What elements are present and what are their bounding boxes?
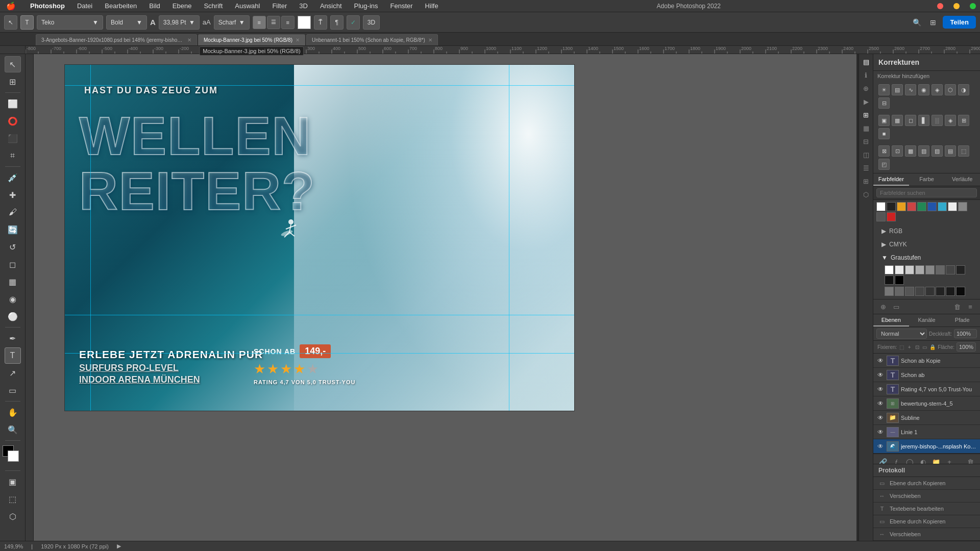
tool-mask-mode[interactable]: ▣ [5,473,21,490]
layer-item-bewertung[interactable]: 👁 ⊞ bewertung-stern-4_5 [873,396,980,411]
layer-item-rating[interactable]: 👁 T Rating 4,7 von 5,0 Trust-You [873,382,980,396]
font-size-input[interactable]: 33,98 Pt ▼ [159,15,200,30]
confirm-btn[interactable]: ✓ [347,15,360,30]
korr-photofilter[interactable]: ▣ [878,115,890,126]
font-weight-selector[interactable]: Bold ▼ [106,15,147,30]
flache-input[interactable] [957,342,976,352]
menu-datei[interactable]: Datei [75,1,94,11]
align-left-btn[interactable]: ≡ [253,16,266,29]
layer-item-schon-ab-kopie[interactable]: 👁 T Schon ab Kopie [873,354,980,368]
menu-hilfe[interactable]: Hilfe [423,1,440,11]
swatch-red[interactable] [907,202,916,211]
lock-art-icon[interactable]: + [906,343,912,351]
nav-icon[interactable]: ⊕ [861,83,872,94]
tool-move[interactable]: ↖ [5,56,21,72]
gs-12[interactable] [895,287,904,296]
swatch-red2[interactable] [887,212,896,221]
status-expand[interactable]: ▶ [117,543,121,549]
gs-17[interactable] [946,287,955,296]
tool-heal[interactable]: ✚ [5,187,21,203]
korr-extra7[interactable]: ⬚ [958,145,969,157]
tool-hand[interactable]: ✋ [5,404,21,420]
protocol-item-3[interactable]: T Textebene bearbeiten [873,503,980,515]
menu-bild[interactable]: Bild [147,1,162,11]
warp-text-btn[interactable]: T̃ [314,15,327,30]
new-layer-icon[interactable]: + [944,456,955,464]
tool-object-select[interactable]: ⬛ [5,130,21,146]
character-panel-btn[interactable]: ¶ [330,15,344,30]
gs-1[interactable] [885,265,894,274]
tool-artboard[interactable]: ⊞ [5,73,21,90]
menu-3d[interactable]: 3D [297,1,310,11]
tool-crop[interactable]: ⌗ [5,147,21,164]
layer-item-jeremy[interactable]: 👁 🌊 jeremy-bishop-...nsplash Kopie [873,439,980,454]
protocol-header[interactable]: Protokoll [873,464,980,477]
tool-eyedropper[interactable]: 💉 [5,169,21,186]
korr-solid-color[interactable]: ■ [878,128,890,139]
menu-fenster[interactable]: Fenster [388,1,415,11]
tab-3-close[interactable]: ✕ [428,37,432,43]
gs-11[interactable] [885,287,894,296]
tab-2-close[interactable]: ✕ [296,37,300,43]
layer-item-subline[interactable]: 👁 📁 Subline [873,411,980,425]
korr-extra6[interactable]: ▤ [945,145,956,157]
gs-10[interactable] [895,276,904,285]
tool-mode-text[interactable]: T [20,15,34,30]
lock-pos-icon[interactable]: ⬚ [899,343,904,351]
tab-farbfelder[interactable]: Farbfelder [873,173,909,186]
gs-2[interactable] [895,265,904,274]
3d-btn[interactable]: 3D [363,15,380,30]
tool-mode-move[interactable]: ↖ [4,15,17,30]
tool-history-brush[interactable]: ↺ [5,239,21,255]
gs-5[interactable] [925,265,935,274]
play-icon[interactable]: ▶ [861,96,872,107]
gs-15[interactable] [925,287,935,296]
layers-icon[interactable]: ☰ [861,162,872,173]
tab-2[interactable]: Mockup-Banner-3.jpg bei 50% (RGB/8) ✕ Mo… [198,34,305,45]
tool-dodge[interactable]: ⚪ [5,308,21,324]
folder-swatch-icon[interactable]: ▭ [891,301,902,312]
layer-vis-4[interactable]: 👁 [876,399,885,408]
tab-3[interactable]: Unbenannt-1 bei 150% (Schon ab Kopie, RG… [306,34,438,45]
new-swatch-icon[interactable]: ⊕ [877,301,889,312]
tool-marquee[interactable]: ⬜ [5,95,21,112]
lock-filter-icon[interactable]: ⊡ [914,343,920,351]
korr-invert[interactable]: ⊞ [958,115,969,126]
korr-bw[interactable]: ⊟ [878,97,890,109]
font-family-selector[interactable]: Teko ▼ [37,15,103,30]
tool-gradient[interactable]: ▦ [5,273,21,290]
gs-4[interactable] [915,265,924,274]
canvas-area[interactable]: HAST DU DAS ZEUG ZUM WELLEN REITER? [34,54,856,541]
tool-brush[interactable]: 🖌 [5,204,21,220]
korr-extra4[interactable]: ▧ [918,145,929,157]
tab-verlaufe[interactable]: Verläufe [944,173,980,186]
tool-screen-mode[interactable]: ⬚ [5,491,21,507]
lock-all-icon[interactable]: 🔒 [929,343,936,351]
korr-colorbalance[interactable]: ◑ [958,84,969,95]
swatch-green[interactable] [917,202,926,211]
korr-levels[interactable]: ▤ [892,84,903,95]
swatch-orange[interactable] [897,202,906,211]
zoom-level[interactable]: 149,9% [4,543,23,549]
layer-item-linie[interactable]: 👁 — Linie 1 [873,425,980,439]
tool-3d[interactable]: ⬡ [5,508,21,524]
gs-16[interactable] [936,287,945,296]
adjustment-icon[interactable]: ◐ [917,456,928,464]
layer-style-icon[interactable]: ƒ [891,456,902,464]
menu-filter[interactable]: Filter [270,1,289,11]
korr-curves[interactable]: ∿ [905,84,916,95]
menu-schrift[interactable]: Schrift [202,1,225,11]
korr-vibrance[interactable]: ◈ [932,84,943,95]
farbfelder-search-input[interactable] [876,188,977,197]
korr-threshold[interactable]: ▋ [918,115,929,126]
channels-icon[interactable]: ⊞ [861,176,872,187]
tool-eraser[interactable]: ◻ [5,256,21,272]
layer-vis-6[interactable]: 👁 [876,428,885,436]
info-icon[interactable]: ℹ [861,69,872,81]
tab-kanale[interactable]: Kanäle [909,314,945,327]
graustufen-group-header[interactable]: ▼ Graustufen [876,251,977,264]
mask-icon[interactable]: ◯ [904,456,915,464]
tool-text[interactable]: T [5,347,21,364]
layer-item-schon-ab[interactable]: 👁 T Schon ab [873,368,980,382]
korr-channel[interactable]: ▦ [892,115,903,126]
